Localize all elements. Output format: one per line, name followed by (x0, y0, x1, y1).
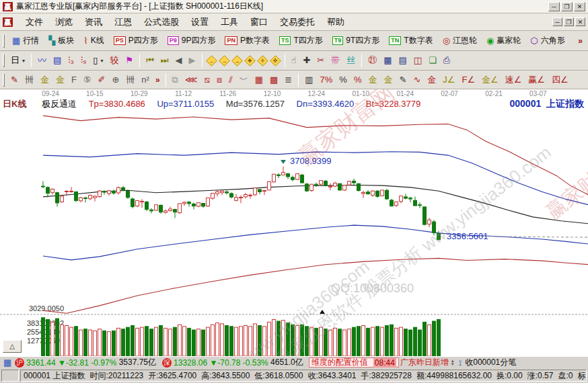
news-headline-box[interactable]: 维度的配置价值 08:44 (309, 357, 399, 368)
sectors-button[interactable]: ▚板块 (44, 33, 79, 48)
gold-section-button[interactable]: 金 (365, 74, 380, 86)
menu-item-设置[interactable]: 设置 (185, 14, 215, 30)
gann-arrow-lr-button[interactable]: ↔ (231, 55, 243, 67)
notes-button[interactable]: ▤ (396, 54, 410, 67)
gann-arrow-star-button[interactable]: ✛ (257, 55, 268, 67)
cut-button[interactable]: ✂ (314, 54, 328, 67)
crosshair-button[interactable]: ✚ (299, 54, 314, 67)
gann-wheel-button[interactable]: ◎江恩轮 (438, 33, 482, 48)
last-bar-button[interactable]: ⏭ (157, 54, 172, 67)
rect-tool-button[interactable]: ⧉ (169, 74, 182, 86)
ruler-button[interactable]: 卌 (22, 74, 37, 86)
grid-tool-button[interactable]: ▦ (252, 74, 266, 86)
gann-arrow-left-button[interactable]: ← (206, 55, 217, 67)
print-button[interactable]: ⎙ (440, 54, 453, 67)
gold-ruler2-button[interactable]: 金 (52, 74, 68, 86)
menu-item-工具[interactable]: 工具 (215, 14, 244, 30)
spiral-ruler-button[interactable]: ⑤ (80, 74, 95, 86)
close-button[interactable]: ✕ (574, 2, 585, 11)
quotes-button[interactable]: ▦行情 (7, 33, 44, 48)
menu-item-江恩[interactable]: 江恩 (108, 14, 138, 30)
cycle-pink-button[interactable]: 带 (328, 54, 343, 67)
tick-data-link[interactable]: 收000001分笔 (465, 357, 516, 368)
toolbar-main-overflow-button[interactable]: » (575, 36, 585, 46)
f-angle-button[interactable]: F∠ (458, 74, 478, 86)
trend-flag-button[interactable]: ⚑ (122, 54, 137, 67)
f-ruler-button[interactable]: F (68, 74, 80, 86)
prev-bar-button[interactable]: ◀ (172, 54, 186, 67)
gann-arrow-all-button[interactable]: ✜ (270, 55, 281, 67)
fan-box2-button[interactable]: ⧈ (213, 74, 225, 86)
gann-arrow-cross-button[interactable]: ✚ (244, 55, 256, 67)
minimize-button[interactable]: ─ (548, 2, 560, 11)
child-restore-button[interactable]: ❐ (564, 17, 574, 26)
menu-item-资讯[interactable]: 资讯 (79, 14, 108, 30)
grid-tool2-button[interactable]: ▩ (266, 74, 281, 86)
gold-ruler-button[interactable]: 金 (37, 74, 52, 86)
p9-square-button[interactable]: P99P四方形 (163, 33, 221, 48)
j-angle-button[interactable]: J∠ (439, 74, 458, 86)
p-square-button[interactable]: PSP四方形 (109, 33, 163, 48)
gann-bars-button[interactable]: ▥ (301, 74, 316, 86)
n2-ruler-button[interactable]: n² (138, 74, 153, 86)
chan-wave-button[interactable]: 〰 (34, 54, 50, 67)
percent7-button[interactable]: 7% (317, 74, 336, 86)
win-angle-button[interactable]: 赢∠ (525, 74, 548, 86)
parallel-lines-button[interactable]: ≣ (281, 74, 295, 86)
child-close-button[interactable]: ✕ (575, 17, 585, 26)
gann-arrow-right-button[interactable]: → (219, 55, 230, 67)
ma9-button[interactable]: ⫶₉ (77, 54, 89, 67)
expand-pane-button[interactable]: △ (3, 340, 22, 353)
memo-button[interactable]: ▤ (50, 54, 65, 67)
time-ruler-button[interactable]: ⊕ (108, 74, 122, 86)
calendar-button[interactable]: ㉑ (365, 54, 380, 67)
t9-square-button[interactable]: T99T四方形 (328, 33, 385, 48)
menu-item-浏览[interactable]: 浏览 (49, 14, 79, 30)
news-ticker[interactable]: 广东昨日新增 (400, 357, 449, 368)
menu-item-窗口[interactable]: 窗口 (244, 14, 274, 30)
fan-lines-button[interactable]: ⋘ (182, 74, 201, 86)
t-square-button[interactable]: TST四方形 (274, 33, 328, 48)
compare-button[interactable]: 较 (106, 54, 122, 67)
pen-mark-button[interactable]: ✎ (396, 74, 410, 86)
hand-button[interactable]: ☝ (288, 54, 300, 67)
gold-angle-button[interactable]: 金∠ (478, 74, 502, 86)
gold-lines-button[interactable]: 金 (380, 74, 396, 86)
menu-item-帮助[interactable]: 帮助 (321, 14, 351, 30)
percent-button[interactable]: % (336, 74, 351, 86)
angle-fan-button[interactable]: ⫽ (225, 74, 236, 86)
kline-button[interactable]: ⌇K线 (79, 33, 108, 48)
menu-item-公式选股[interactable]: 公式选股 (138, 14, 185, 30)
speed-angle-button[interactable]: 速∠ (502, 74, 525, 86)
quote-board-icon[interactable]: ▦ (3, 357, 11, 368)
menu-item-文件[interactable]: 文件 (20, 14, 49, 30)
wave-band-button[interactable]: ∿ (410, 74, 424, 86)
candle-style-button[interactable]: ▯▾ (89, 54, 106, 67)
four-angle-button[interactable]: 四∠ (548, 74, 572, 86)
toolbar-draw-overflow-button[interactable]: » (153, 75, 163, 85)
ma3-button[interactable]: ⫶₃ (65, 54, 77, 67)
calculator-button[interactable]: ▦ (380, 54, 395, 67)
t-number-button[interactable]: TNT数字表 (384, 33, 437, 48)
cycle-teal-button[interactable]: 丝 (343, 54, 359, 67)
news-spinner[interactable]: ▲▼ (451, 359, 455, 366)
pen-ruler-button[interactable]: ✐ (95, 74, 109, 86)
percent-lines-button[interactable]: % (351, 74, 365, 86)
winner-wheel-button[interactable]: ◉赢家轮 (482, 33, 525, 48)
period-day-button[interactable]: 日▾ (7, 54, 28, 67)
ruler2-button[interactable]: 卌 (122, 74, 138, 86)
next-bar-button[interactable]: ▶ (186, 54, 199, 67)
hexagon-button[interactable]: ⬡六角形 (525, 33, 569, 48)
p-number-button[interactable]: PNP数字表 (220, 33, 274, 48)
gold-band-button[interactable]: 金 (424, 74, 439, 86)
pen-button[interactable]: ✎ (7, 74, 22, 86)
zigzag-button[interactable]: ﹀ (236, 74, 252, 86)
save-button[interactable]: ◫ (410, 54, 425, 67)
restore-button[interactable]: ❐ (561, 2, 573, 11)
chart-export-button[interactable]: ❏ (425, 54, 440, 67)
fan-box-button[interactable]: ⧅ (200, 74, 213, 86)
first-bar-button[interactable]: ⏮ (143, 54, 157, 67)
child-minimize-button[interactable]: ─ (552, 17, 562, 26)
menu-item-交易委托[interactable]: 交易委托 (274, 14, 321, 30)
kline-chart[interactable]: 09-2410-1510-2911-1211-2612-1012-2401-10… (0, 89, 588, 356)
